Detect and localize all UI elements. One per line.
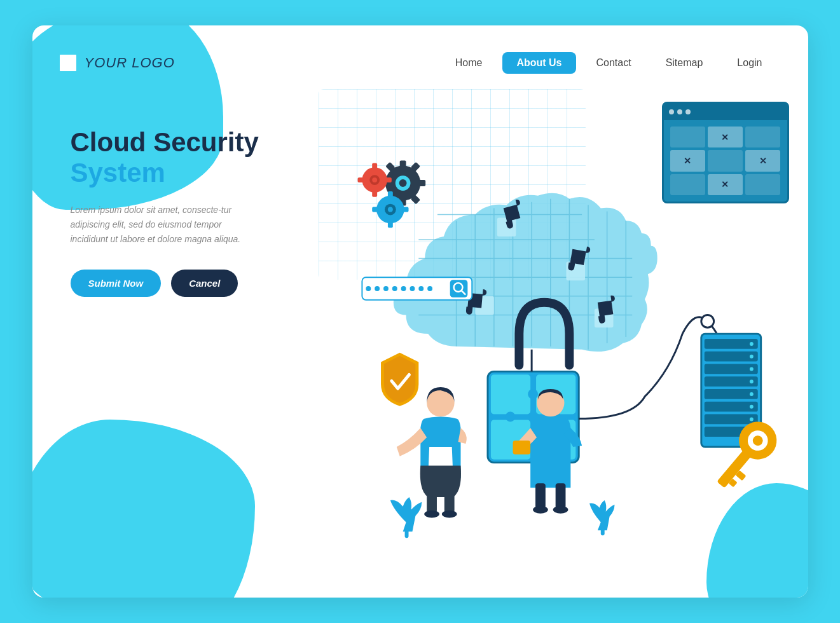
plant-right — [589, 500, 615, 535]
svg-point-67 — [701, 315, 713, 327]
svg-rect-44 — [372, 207, 378, 212]
main-illustration-svg — [268, 83, 808, 598]
hero-title-line1: Cloud Security — [71, 127, 268, 158]
hero-description: Lorem ipsum dolor sit amet, consecte-tur… — [71, 203, 255, 247]
svg-point-50 — [401, 286, 406, 291]
svg-point-63 — [505, 412, 515, 422]
svg-point-48 — [383, 286, 389, 291]
nav-home[interactable]: Home — [441, 52, 497, 74]
svg-point-80 — [749, 380, 753, 383]
gears-group — [357, 160, 425, 228]
plant-left — [390, 497, 421, 538]
svg-point-79 — [749, 367, 753, 371]
svg-rect-43 — [402, 207, 408, 212]
svg-rect-101 — [513, 441, 530, 455]
svg-rect-58 — [490, 374, 530, 414]
button-group: Submit Now Cancel — [71, 270, 268, 297]
svg-rect-42 — [387, 221, 392, 228]
svg-point-94 — [424, 510, 439, 518]
cancel-button[interactable]: Cancel — [171, 270, 238, 297]
cloud-group — [393, 193, 657, 352]
svg-point-49 — [392, 286, 397, 291]
nav-sitemap[interactable]: Sitemap — [652, 52, 717, 74]
svg-point-22 — [399, 179, 406, 187]
svg-rect-97 — [535, 483, 546, 509]
svg-point-51 — [410, 286, 415, 291]
navigation: Home About Us Contact Sitemap Login — [441, 52, 776, 74]
svg-point-78 — [749, 355, 753, 359]
svg-point-47 — [375, 286, 380, 291]
svg-point-83 — [749, 418, 753, 421]
svg-rect-35 — [372, 191, 377, 197]
svg-rect-98 — [555, 483, 565, 509]
main-content: Cloud Security System Lorem ipsum dolor … — [32, 83, 808, 598]
person-left — [396, 387, 466, 517]
svg-point-95 — [441, 510, 457, 518]
svg-rect-34 — [372, 163, 377, 168]
svg-point-77 — [749, 342, 753, 346]
svg-rect-93 — [444, 494, 454, 513]
logo-text: YOUR LOGO — [85, 55, 175, 71]
svg-point-40 — [387, 207, 392, 212]
hero-title-line2: System — [71, 158, 268, 188]
nav-about-us[interactable]: About Us — [502, 52, 575, 74]
search-bar — [362, 277, 472, 300]
nav-login[interactable]: Login — [723, 52, 776, 74]
logo-square-icon — [58, 53, 78, 73]
svg-rect-102 — [404, 528, 408, 538]
svg-rect-37 — [357, 177, 363, 182]
svg-rect-36 — [385, 177, 391, 182]
header: YOUR LOGO Home About Us Contact Sitemap … — [32, 25, 808, 83]
svg-point-82 — [749, 405, 753, 409]
illustration-panel: ✕ ✕ ✕ ✕ — [268, 83, 808, 598]
nav-contact[interactable]: Contact — [582, 52, 645, 74]
svg-point-46 — [366, 286, 371, 291]
logo: YOUR LOGO — [58, 53, 175, 73]
svg-rect-92 — [427, 494, 437, 513]
page-card: YOUR LOGO Home About Us Contact Sitemap … — [32, 25, 808, 598]
svg-rect-16 — [497, 217, 516, 236]
svg-rect-23 — [399, 160, 406, 168]
svg-point-100 — [553, 506, 568, 514]
svg-point-62 — [528, 389, 538, 399]
svg-point-99 — [533, 506, 548, 514]
svg-rect-103 — [600, 528, 604, 535]
submit-button[interactable]: Submit Now — [71, 270, 162, 297]
svg-point-33 — [372, 177, 377, 182]
svg-point-53 — [427, 286, 432, 291]
svg-rect-25 — [418, 180, 425, 186]
svg-point-52 — [418, 286, 423, 291]
svg-point-81 — [749, 392, 753, 396]
left-panel: Cloud Security System Lorem ipsum dolor … — [32, 83, 268, 598]
shield-icon — [381, 353, 418, 406]
svg-rect-41 — [387, 191, 392, 198]
